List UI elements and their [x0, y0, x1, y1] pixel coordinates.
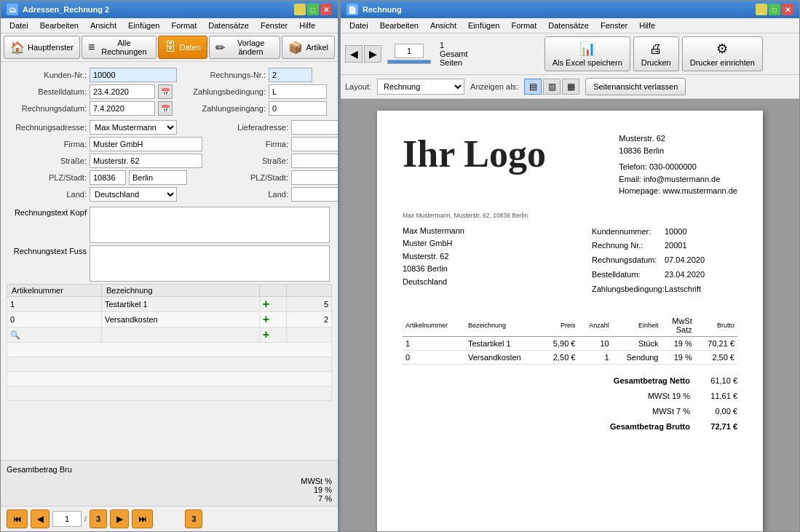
right-maximize-btn[interactable]: □	[769, 4, 780, 15]
art-bez-1[interactable]	[101, 297, 259, 312]
nav-prev-btn[interactable]: ◀	[31, 509, 49, 528]
strasse-input-right[interactable]	[291, 154, 338, 168]
rechnungsadresse-select[interactable]: Max Mustermann	[90, 120, 177, 135]
kundennummer-label: Kundennummer:	[592, 225, 665, 239]
art-bez-2[interactable]	[101, 312, 259, 327]
layout-select[interactable]: Rechnung	[377, 79, 464, 95]
left-window: 🗂 Adressen_Rechnung 2 _ □ ✕ Datei Bearbe…	[0, 0, 338, 532]
add-icon-3[interactable]: +	[263, 328, 269, 341]
menu-fenster-left[interactable]: Fenster	[255, 20, 293, 31]
art-bez-3[interactable]	[101, 327, 259, 343]
menu-hilfe-left[interactable]: Hilfe	[293, 20, 321, 31]
land-select-left[interactable]: Deutschland	[90, 187, 177, 202]
art-bez-input-2[interactable]	[105, 315, 256, 324]
drucken-btn[interactable]: 🖨 Drucken	[633, 36, 679, 71]
prev-page-btn[interactable]: ◀	[345, 45, 363, 63]
drucker-einrichten-btn[interactable]: ⚙ Drucker einrichten	[682, 36, 763, 71]
art-bez-input-1[interactable]	[105, 300, 256, 309]
left-minimize-btn[interactable]: _	[294, 4, 306, 15]
nav-page-input[interactable]	[52, 511, 82, 527]
right-close-btn[interactable]: ✕	[782, 4, 793, 15]
zahlungseingang-input[interactable]	[269, 101, 327, 116]
rechnungs-datum-cal-btn[interactable]: 📅	[158, 101, 173, 116]
detail-rechnung-nr: Rechnung Nr.: 20001	[592, 239, 737, 253]
nav-next-btn[interactable]: ▶	[110, 509, 129, 528]
invoice-page: Ihr Logo Musterstr. 62 10836 Berlin Tele…	[377, 111, 763, 531]
rechnungs-datum-input[interactable]	[90, 101, 155, 116]
seitenansicht-verlassen-btn[interactable]: Seitenansicht verlassen	[585, 78, 686, 95]
plz-label-right: PLZ/Stadt:	[208, 173, 288, 182]
rechnungstext-fuss-input[interactable]	[90, 245, 330, 282]
menu-format-left[interactable]: Format	[165, 20, 202, 31]
menu-datei-left[interactable]: Datei	[4, 20, 34, 31]
inv-col-brutto: Brutto	[695, 314, 737, 337]
nav-first-btn[interactable]: ⏮	[7, 509, 28, 528]
menu-einfuegen-left[interactable]: Einfügen	[122, 20, 165, 31]
page-number-input[interactable]	[395, 44, 424, 58]
vorlage-aendern-btn[interactable]: ✏ Vorlage ändern	[209, 36, 281, 59]
bestelldatum-value: 23.04.2020	[665, 268, 737, 282]
daten-btn[interactable]: 🗄 Daten	[158, 36, 207, 59]
stadt-input-left[interactable]	[129, 170, 187, 185]
bestell-datum-input[interactable]	[90, 84, 155, 99]
page-progress-bar	[387, 60, 431, 64]
menu-fenster-right[interactable]: Fenster	[595, 20, 633, 31]
recipient-strasse: Musterstr. 62	[403, 250, 464, 263]
menu-einfuegen-right[interactable]: Einfügen	[462, 20, 505, 31]
strasse-input-left[interactable]	[90, 154, 202, 168]
alle-rechnungen-btn[interactable]: ≡ Alle Rechnungen	[82, 36, 157, 59]
menu-bearbeiten-left[interactable]: Bearbeiten	[34, 20, 84, 31]
inv-col-anzahl: Anzahl	[578, 314, 611, 337]
nav-last-btn[interactable]: ⏭	[132, 509, 153, 528]
view-grid-btn[interactable]: ▦	[562, 79, 579, 95]
rechnungstext-kopf-input[interactable]	[90, 207, 330, 243]
lieferadresse-input[interactable]	[291, 120, 338, 135]
menu-datei-right[interactable]: Datei	[344, 20, 374, 31]
view-double-btn[interactable]: ▥	[543, 79, 561, 95]
plz-input-right[interactable]	[291, 170, 338, 185]
kunden-nr-input[interactable]	[90, 68, 177, 82]
print-icon: 🖨	[649, 41, 662, 57]
rechnungs-nr-input[interactable]	[269, 68, 312, 82]
add-icon-2[interactable]: +	[263, 313, 269, 325]
plz-input-left[interactable]	[90, 170, 126, 185]
art-add-3[interactable]: +	[259, 327, 286, 343]
land-input-right[interactable]	[291, 187, 338, 202]
menu-hilfe-right[interactable]: Hilfe	[633, 20, 661, 31]
mwst7-value: 0,00 €	[697, 404, 737, 419]
zahlungsbedingung-input[interactable]	[269, 84, 327, 99]
add-icon-1[interactable]: +	[263, 298, 269, 310]
left-close-btn[interactable]: ✕	[320, 4, 332, 15]
inv-row2-preis: 2,50 €	[542, 351, 578, 365]
next-page-btn[interactable]: ▶	[364, 45, 381, 63]
menu-format-right[interactable]: Format	[505, 20, 542, 31]
search-icon-3[interactable]: 🔍	[10, 330, 20, 339]
kunden-nr-label: Kunden-Nr.:	[7, 71, 87, 79]
mwst7-label: MWSt 7 %	[610, 404, 697, 419]
brutto-row: Gesamtbetrag Brutto 72,71 €	[403, 419, 737, 434]
menu-ansicht-left[interactable]: Ansicht	[84, 20, 122, 31]
firma-input-right[interactable]	[291, 137, 338, 151]
art-bez-input-3[interactable]	[105, 330, 256, 339]
artikel-btn[interactable]: 📦 Artikel	[282, 36, 335, 59]
menu-ansicht-right[interactable]: Ansicht	[424, 20, 462, 31]
menu-datensaetze-right[interactable]: Datensätze	[542, 20, 595, 31]
inv-row1-einheit: Stück	[612, 337, 662, 351]
art-add-2[interactable]: +	[259, 312, 286, 327]
left-maximize-btn[interactable]: □	[307, 4, 319, 15]
box-icon: 📦	[288, 41, 303, 55]
phone-label: Telefon:	[619, 162, 647, 171]
right-minimize-btn[interactable]: _	[756, 4, 767, 15]
menu-datensaetze-left[interactable]: Datensätze	[202, 20, 255, 31]
nav-page-btn[interactable]: 3	[185, 509, 202, 528]
excel-btn[interactable]: 📊 Als Excel speichern	[544, 36, 630, 71]
right-menu-bar: Datei Bearbeiten Ansicht Einfügen Format…	[341, 18, 799, 33]
left-window-title: Adressen_Rechnung 2	[23, 5, 109, 14]
view-single-btn[interactable]: ▤	[524, 79, 542, 95]
menu-bearbeiten-right[interactable]: Bearbeiten	[374, 20, 424, 31]
bestell-datum-cal-btn[interactable]: 📅	[158, 84, 173, 99]
firma-input-left[interactable]	[90, 137, 202, 151]
hauptfenster-btn[interactable]: 🏠 Hauptfenster	[4, 36, 80, 59]
art-add-1[interactable]: +	[259, 297, 286, 312]
detail-bestelldatum: Bestelldatum: 23.04.2020	[592, 268, 737, 282]
